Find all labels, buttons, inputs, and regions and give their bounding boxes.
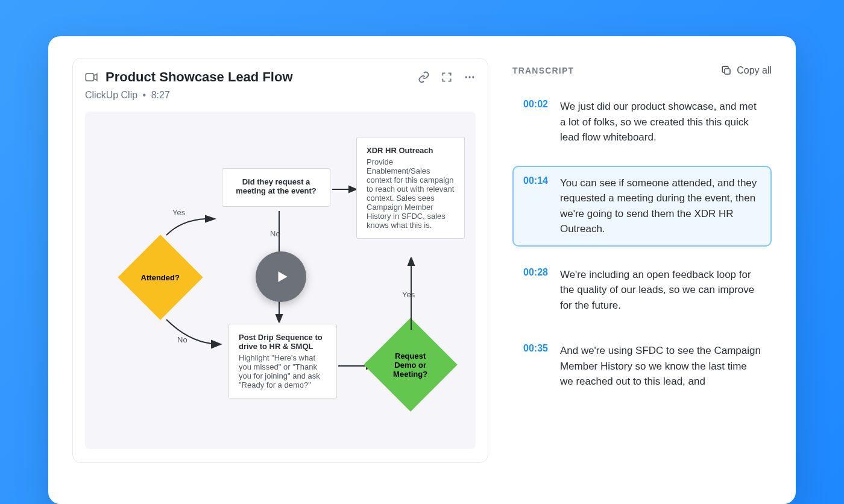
svg-rect-0 bbox=[86, 74, 93, 81]
diamond-attended: Attended? bbox=[118, 235, 203, 320]
transcript-list: 00:02We just did our product showcase, a… bbox=[512, 89, 772, 399]
transcript-heading: TRANSCRIPT bbox=[512, 66, 574, 75]
transcript-timestamp[interactable]: 00:02 bbox=[523, 99, 548, 145]
svg-point-1 bbox=[465, 76, 467, 78]
play-button[interactable] bbox=[256, 251, 306, 302]
svg-marker-13 bbox=[408, 257, 414, 265]
app-card: Product Showcase Lead Flow ClickUp Clip … bbox=[48, 36, 796, 504]
transcript-timestamp[interactable]: 00:14 bbox=[523, 175, 548, 237]
video-title-row: Product Showcase Lead Flow bbox=[85, 69, 412, 85]
transcript-header: TRANSCRIPT Copy all bbox=[512, 65, 772, 76]
flowchart-canvas: Attended? Yes No Did they request a meet… bbox=[85, 112, 476, 449]
video-panel: Product Showcase Lead Flow ClickUp Clip … bbox=[72, 58, 488, 463]
node-post-drip: Post Drip Sequence to drive to HR & SMQL… bbox=[228, 324, 337, 398]
node-request-meeting: Did they request a meeting at the event? bbox=[222, 168, 330, 207]
arrow-yes-1 bbox=[163, 214, 218, 238]
node-post-drip-body: Highlight "Here's what you missed" or "T… bbox=[239, 353, 320, 389]
copy-all-button[interactable]: Copy all bbox=[721, 65, 772, 76]
node-xdr: XDR HR Outreach Provide Enablement/Sales… bbox=[356, 137, 465, 239]
bottom-fade bbox=[512, 416, 772, 482]
node-post-drip-title: Post Drip Sequence to drive to HR & SMQL bbox=[239, 333, 327, 351]
video-duration: 8:27 bbox=[151, 90, 170, 100]
svg-marker-9 bbox=[276, 315, 282, 323]
node-xdr-title: XDR HR Outreach bbox=[367, 146, 455, 155]
video-column: Product Showcase Lead Flow ClickUp Clip … bbox=[72, 58, 488, 482]
transcript-timestamp[interactable]: 00:28 bbox=[523, 267, 548, 313]
arrow-yes-up bbox=[407, 257, 415, 330]
video-camera-icon bbox=[85, 72, 98, 82]
diamond-demo: Request Demo or Meeting? bbox=[364, 318, 458, 412]
copy-all-label: Copy all bbox=[737, 65, 772, 76]
transcript-item[interactable]: 00:28We're including an open feedback lo… bbox=[512, 257, 772, 323]
diamond-attended-label: Attended? bbox=[141, 273, 180, 282]
node-xdr-body: Provide Enablement/Sales context for thi… bbox=[367, 157, 454, 230]
svg-point-2 bbox=[468, 76, 470, 78]
transcript-item[interactable]: 00:35And we're using SFDC to see the Cam… bbox=[512, 333, 772, 399]
more-icon[interactable] bbox=[464, 71, 476, 83]
video-subtitle: ClickUp Clip • 8:27 bbox=[85, 90, 476, 101]
svg-marker-4 bbox=[206, 216, 215, 222]
transcript-item[interactable]: 00:02We just did our product showcase, a… bbox=[512, 89, 772, 155]
arrow-no-1 bbox=[163, 317, 224, 350]
video-source: ClickUp Clip bbox=[85, 90, 137, 100]
diamond-demo-label: Request Demo or Meeting? bbox=[383, 351, 438, 379]
svg-marker-7 bbox=[349, 186, 356, 192]
transcript-item[interactable]: 00:14You can see if someone attended, an… bbox=[512, 166, 772, 247]
node-request-meeting-text: Did they request a meeting at the event? bbox=[232, 177, 320, 195]
svg-marker-5 bbox=[212, 341, 221, 348]
video-actions bbox=[418, 71, 476, 83]
play-icon bbox=[274, 269, 290, 285]
video-title: Product Showcase Lead Flow bbox=[106, 69, 293, 85]
link-icon[interactable] bbox=[418, 71, 430, 83]
transcript-text: We just did our product showcase, and me… bbox=[560, 99, 761, 145]
copy-icon bbox=[721, 65, 732, 76]
expand-icon[interactable] bbox=[441, 71, 453, 83]
transcript-timestamp[interactable]: 00:35 bbox=[523, 343, 548, 389]
svg-point-3 bbox=[472, 76, 474, 78]
arrow-to-xdr bbox=[332, 185, 356, 194]
transcript-text: And we're using SFDC to see the Campaign… bbox=[560, 343, 761, 389]
svg-rect-14 bbox=[725, 69, 730, 74]
video-header: Product Showcase Lead Flow bbox=[85, 69, 476, 85]
separator: • bbox=[143, 90, 146, 100]
transcript-column: TRANSCRIPT Copy all 00:02We just did our… bbox=[512, 58, 772, 482]
transcript-text: We're including an open feedback loop fo… bbox=[560, 267, 761, 313]
transcript-text: You can see if someone attended, and the… bbox=[560, 175, 761, 237]
